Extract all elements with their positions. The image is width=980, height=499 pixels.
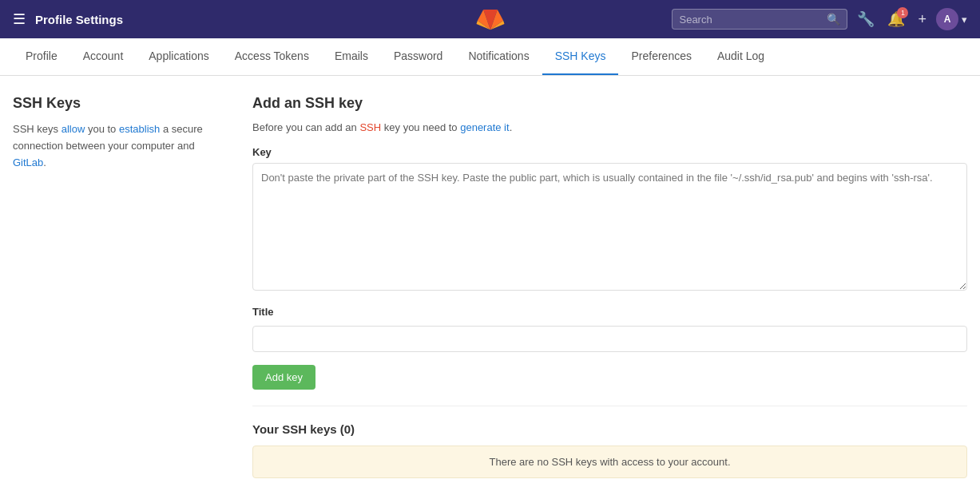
sidebar: SSH Keys SSH keys allow you to establish…	[13, 95, 220, 478]
app-title: Profile Settings	[35, 13, 123, 26]
intro-text: Before you can add an SSH key you need t…	[252, 121, 967, 133]
tab-ssh-keys[interactable]: SSH Keys	[542, 38, 619, 75]
top-bar-center	[476, 4, 505, 35]
chevron-down-icon: ▾	[962, 14, 967, 26]
notifications-button[interactable]: 🔔 1	[884, 7, 908, 31]
secondary-nav: Profile Account Applications Access Toke…	[0, 38, 980, 76]
sidebar-establish-link[interactable]: establish	[119, 123, 160, 135]
your-ssh-keys-header: Your SSH keys (0)	[252, 422, 967, 436]
tab-account[interactable]: Account	[70, 38, 137, 75]
top-bar: ☰ Profile Settings 🔍 🔧 🔔 1 + A ▾	[0, 0, 980, 38]
key-textarea[interactable]	[252, 163, 967, 291]
title-input[interactable]	[252, 326, 967, 352]
sidebar-desc-text4: .	[43, 156, 46, 168]
title-label: Title	[252, 306, 967, 318]
sidebar-heading: SSH Keys	[13, 95, 220, 112]
tab-access-tokens[interactable]: Access Tokens	[222, 38, 322, 75]
intro-ssh-text: SSH	[359, 121, 381, 133]
sidebar-allow-link[interactable]: allow	[61, 123, 85, 135]
tab-notifications[interactable]: Notifications	[455, 38, 542, 75]
key-label: Key	[252, 146, 967, 158]
sidebar-desc-text1: SSH keys	[13, 123, 61, 135]
top-bar-left: ☰ Profile Settings	[13, 10, 672, 28]
add-key-button[interactable]: Add key	[252, 365, 315, 390]
tab-audit-log[interactable]: Audit Log	[704, 38, 777, 75]
gitlab-logo-icon[interactable]	[476, 4, 505, 33]
top-bar-right: 🔍 🔧 🔔 1 + A ▾	[672, 7, 967, 31]
intro-text-middle: key you need to	[381, 121, 460, 133]
tab-profile[interactable]: Profile	[13, 38, 70, 75]
intro-text-end: .	[510, 121, 513, 133]
wrench-button[interactable]: 🔧	[854, 7, 878, 31]
avatar: A	[936, 8, 958, 30]
new-item-button[interactable]: +	[915, 8, 930, 31]
tab-password[interactable]: Password	[381, 38, 455, 75]
search-icon: 🔍	[827, 13, 840, 26]
generate-it-link[interactable]: generate it	[460, 121, 509, 133]
sidebar-gitlab-link[interactable]: GitLab	[13, 156, 43, 168]
tab-applications[interactable]: Applications	[136, 38, 222, 75]
sidebar-description: SSH keys allow you to establish a secure…	[13, 121, 220, 171]
tab-preferences[interactable]: Preferences	[618, 38, 704, 75]
main-content: SSH Keys SSH keys allow you to establish…	[0, 76, 980, 497]
hamburger-icon[interactable]: ☰	[13, 10, 26, 28]
user-menu[interactable]: A ▾	[936, 8, 967, 30]
title-field-group: Title	[252, 306, 967, 352]
notification-badge: 1	[897, 7, 908, 18]
key-field-group: Key	[252, 146, 967, 293]
search-input[interactable]	[679, 14, 822, 26]
form-area: Add an SSH key Before you can add an SSH…	[252, 95, 967, 478]
divider	[252, 406, 967, 406]
section-title: Add an SSH key	[252, 95, 967, 112]
intro-text-before: Before you can add an	[252, 121, 359, 133]
no-keys-text: There are no SSH keys with access to you…	[489, 456, 730, 468]
tab-emails[interactable]: Emails	[322, 38, 381, 75]
sidebar-desc-text2: you to	[85, 123, 119, 135]
search-box[interactable]: 🔍	[672, 9, 847, 30]
no-keys-notice: There are no SSH keys with access to you…	[252, 446, 967, 478]
